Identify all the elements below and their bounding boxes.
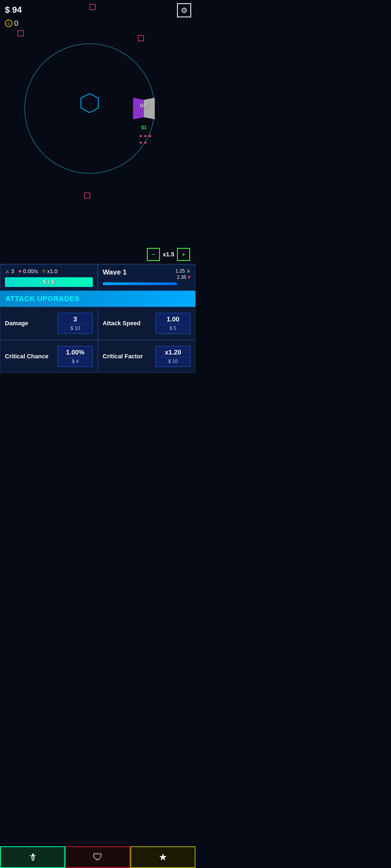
tower-body: GG [133, 98, 155, 119]
bottom-nav: 🗡 🛡 ★ [0, 846, 196, 868]
wave-panel: Wave 1 1.25 ⚔ 2.35 ♥ [98, 264, 196, 291]
upgrade-damage[interactable]: Damage 3 $ 10 [0, 307, 98, 340]
wave-hp-value: 2.35 [177, 275, 186, 280]
enemy-square [90, 4, 95, 10]
game-area: $ 94 c 0 ⚙ GG $1 ✦✦✦✦✦ [0, 0, 196, 244]
stats-row: ⚔ 3 ♥ 0.00/s © x1.0 5 / 5 [0, 264, 196, 291]
gear-icon: ⚙ [181, 6, 188, 15]
speed-controls: − x1.5 + [0, 244, 196, 264]
upgrades-grid: Damage 3 $ 10 Attack Speed 1.00 $ 5 Crit… [0, 307, 196, 373]
dollar-indicator: $1 [141, 125, 147, 130]
upgrade-crit-chance-label: Critical Chance [5, 353, 54, 360]
enemy-square [84, 193, 90, 198]
hexagon-svg [79, 92, 101, 114]
enemy-square [18, 30, 24, 36]
upgrade-crit-chance-cost: $ 4 [58, 357, 92, 364]
wave-header: Wave 1 1.25 ⚔ 2.35 ♥ [103, 268, 191, 280]
upgrade-crit-factor-value: x1.20 [165, 348, 181, 356]
speed-multiplier-label: x1.5 [163, 251, 174, 258]
upgrade-crit-chance-box: 1.00% $ 4 [58, 346, 93, 367]
tower: GG [133, 98, 155, 119]
wave-progress-fill [103, 282, 177, 285]
upgrade-damage-value: 3 [73, 315, 77, 323]
hexagon-center [79, 92, 101, 115]
upgrade-attack-speed-box: 1.00 $ 5 [155, 313, 191, 334]
hp-bar-container: 5 / 5 [5, 277, 93, 287]
enemy-square [138, 35, 144, 41]
stat-icons-row: ⚔ 3 ♥ 0.00/s © x1.0 [5, 268, 93, 275]
sword-wave-icon: ⚔ [186, 268, 191, 274]
svg-marker-0 [81, 94, 98, 113]
settings-button[interactable]: ⚙ [177, 3, 191, 18]
heart-icon: ♥ [19, 268, 22, 275]
wave-hp-stat: 2.35 ♥ [175, 275, 191, 280]
upgrade-crit-factor-label: Critical Factor [103, 353, 151, 360]
hud-area: − x1.5 + ⚔ 3 ♥ 0.00/s © x1.0 [0, 244, 196, 400]
star-nav-icon: ★ [159, 851, 167, 863]
coin-icon: c [5, 20, 12, 27]
upgrade-attack-speed[interactable]: Attack Speed 1.00 $ 5 [98, 307, 196, 340]
money-display: $ 94 [5, 5, 22, 15]
shield-nav-icon: 🛡 [93, 851, 103, 863]
sparkles-effect: ✦✦✦✦✦ [138, 133, 152, 146]
plus-icon: + [181, 250, 186, 259]
sword-stat: ⚔ 3 [5, 268, 14, 275]
upgrade-attack-speed-label: Attack Speed [103, 320, 151, 327]
coins-display: c 0 [5, 19, 19, 28]
nav-star-button[interactable]: ★ [130, 846, 196, 868]
money-value: $ 94 [5, 5, 22, 14]
hp-bar-fill: 5 / 5 [5, 278, 92, 286]
speed-increase-button[interactable]: + [177, 248, 190, 261]
wave-damage-stat: 1.25 ⚔ [175, 268, 191, 274]
nav-attack-button[interactable]: 🗡 [0, 846, 65, 868]
minus-icon: − [151, 250, 156, 259]
wave-stats: 1.25 ⚔ 2.35 ♥ [175, 268, 191, 280]
upgrade-attack-speed-value: 1.00 [167, 315, 179, 323]
hp-regen-value: 0.00/s [23, 268, 38, 275]
sword-count: 3 [11, 268, 14, 275]
wave-damage-value: 1.25 [175, 268, 185, 274]
wave-progress-bar [103, 282, 191, 285]
coin-mult-stat: © x1.0 [42, 268, 57, 275]
coins-value: 0 [14, 19, 19, 28]
upgrades-header: ATTACK UPGRADES [0, 291, 196, 307]
speed-decrease-button[interactable]: − [147, 248, 160, 261]
coin-small-icon: © [42, 269, 46, 274]
heart-wave-icon: ♥ [188, 275, 191, 280]
upgrade-crit-factor[interactable]: Critical Factor x1.20 $ 10 [98, 340, 196, 373]
upgrade-attack-speed-cost: $ 5 [156, 324, 190, 331]
upgrade-crit-factor-cost: $ 10 [156, 357, 190, 364]
nav-defense-button[interactable]: 🛡 [65, 846, 130, 868]
hp-regen-stat: ♥ 0.00/s [19, 268, 38, 275]
upgrade-damage-cost: $ 10 [58, 324, 92, 331]
upgrade-crit-chance[interactable]: Critical Chance 1.00% $ 4 [0, 340, 98, 373]
upgrades-title: ATTACK UPGRADES [5, 294, 190, 303]
sword-nav-icon: 🗡 [28, 851, 37, 863]
wave-title: Wave 1 [103, 268, 127, 276]
coin-mult-value: x1.0 [47, 268, 58, 275]
hp-text: 5 / 5 [43, 279, 55, 286]
tower-label: GG [133, 103, 155, 109]
sword-icon: ⚔ [5, 268, 10, 275]
upgrade-damage-box: 3 $ 10 [58, 313, 93, 334]
upgrade-crit-factor-box: x1.20 $ 10 [155, 346, 191, 367]
upgrade-damage-label: Damage [5, 320, 54, 327]
player-stats-panel: ⚔ 3 ♥ 0.00/s © x1.0 5 / 5 [0, 264, 98, 291]
upgrade-crit-chance-value: 1.00% [66, 348, 84, 356]
